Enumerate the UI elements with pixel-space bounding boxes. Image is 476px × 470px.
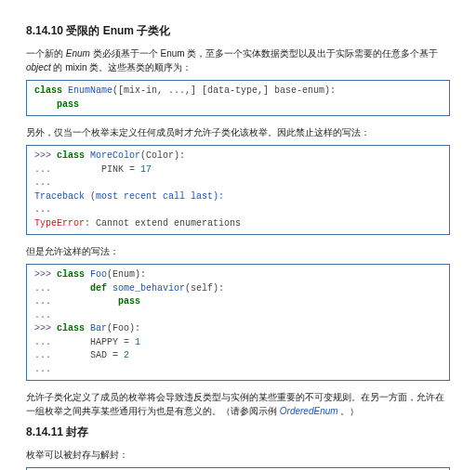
kw-pass: pass [118, 296, 140, 307]
section-heading-1: 8.14.10 受限的 Enum 子类化 [26, 22, 450, 39]
para-3: 但是允许这样的写法： [26, 244, 450, 258]
code-block-3: >>> class Foo(Enum): ... def some_behavi… [26, 264, 450, 381]
cont-prompt: ... [34, 364, 57, 374]
cont-prompt: ... [34, 296, 57, 307]
class-name: MoreColor [85, 150, 140, 161]
func-name: some_behavior [107, 283, 185, 294]
text: 一个新的 [26, 48, 66, 59]
num-literal: 1 [129, 337, 140, 347]
text: 。） [338, 406, 360, 416]
kw-class: class [34, 85, 62, 96]
error-type: TypeError [34, 218, 85, 228]
text: 的 mixin 类。这些基类的顺序为： [51, 62, 192, 72]
para-1: 一个新的 Enum 类必须基于一个 Enum 类，至多一个实体数据类型以及出于实… [26, 46, 450, 74]
code-block-1: class EnumName([mix-in, ...,] [data-type… [26, 80, 450, 116]
kw-def: def [90, 283, 107, 294]
class-name: Foo [85, 269, 107, 280]
italic-enum: Enum [66, 48, 90, 59]
text: 允许子类化定义了成员的枚举将会导致违反类型与实例的某些重要的不可变规则。在另一方… [26, 392, 444, 416]
code-text: (Enum): [107, 269, 146, 280]
code-text: (self): [185, 283, 224, 294]
prompt: >>> [34, 323, 57, 333]
section-heading-2: 8.14.11 封存 [26, 424, 450, 440]
code-block-2: >>> class MoreColor(Color): ... PINK = 1… [26, 145, 450, 235]
num-literal: 2 [118, 350, 129, 360]
para-4: 允许子类化定义了成员的枚举将会导致违反类型与实例的某些重要的不可变规则。在另一方… [26, 390, 450, 418]
error-msg: : Cannot extend enumerations [85, 218, 241, 228]
para-5: 枚举可以被封存与解封： [26, 448, 450, 462]
kw-class: class [57, 150, 85, 161]
kw-pass: pass [34, 99, 79, 110]
kw-class: class [57, 269, 85, 280]
prompt: >>> [34, 150, 57, 161]
link-orderedenum[interactable]: OrderedEnum [280, 406, 338, 416]
traceback-line: Traceback (most recent call last): [34, 191, 224, 202]
code-text: (Color): [140, 150, 185, 161]
cont-prompt: ... [34, 310, 57, 320]
prompt: >>> [34, 269, 57, 280]
italic-object: object [26, 62, 51, 72]
code-text: PINK [57, 164, 129, 175]
cont-prompt: ... [34, 177, 57, 188]
class-name: Bar [85, 323, 107, 333]
para-2: 另外，仅当一个枚举未定义任何成员时才允许子类化该枚举。因此禁止这样的写法： [26, 125, 450, 139]
cont-prompt: ... [34, 283, 57, 294]
kw-class: class [57, 323, 85, 333]
num-literal: 17 [135, 164, 152, 175]
traceback-dots: ... [34, 204, 51, 215]
code-text: ([mix-in, ...,] [data-type,] base-enum): [112, 85, 336, 96]
cont-prompt: ... [34, 337, 57, 347]
code-text: (Foo): [107, 323, 140, 333]
class-name: EnumName [62, 85, 112, 96]
code-text: HAPPY [57, 337, 124, 347]
code-text: SAD [57, 350, 112, 360]
cont-prompt: ... [34, 350, 57, 360]
text: 类必须基于一个 Enum 类，至多一个实体数据类型以及出于实际需要的任意多个基于 [90, 48, 438, 59]
cont-prompt: ... [34, 164, 57, 175]
